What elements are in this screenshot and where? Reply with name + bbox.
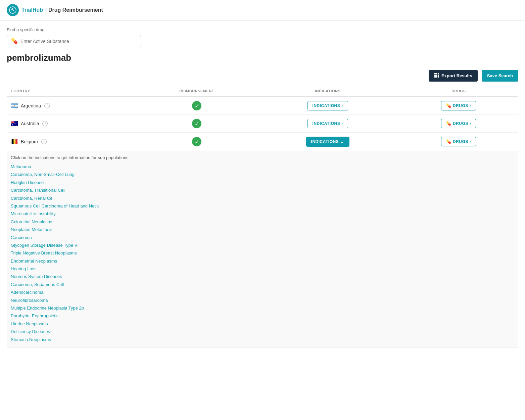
- svg-rect-5: [434, 75, 436, 76]
- country-cell: 🇧🇪 Belgium i: [7, 133, 137, 151]
- info-icon[interactable]: i: [44, 103, 50, 108]
- save-search-button[interactable]: Save Search: [482, 70, 518, 82]
- country-name: Argentina: [21, 103, 41, 108]
- toolbar: Export Results Save Search: [7, 70, 518, 86]
- drugs-cell: 💊 DRUGS: [399, 97, 518, 115]
- indication-link[interactable]: Neurofibrosarcoma: [11, 296, 514, 304]
- indications-button[interactable]: INDICATIONS: [307, 101, 348, 110]
- indication-link[interactable]: Carcinoma: [11, 234, 514, 241]
- svg-rect-10: [438, 76, 439, 78]
- main-content: Find a specific drug 💊 pembrolizumab: [0, 20, 525, 355]
- indication-link[interactable]: Carcinoma, Transitional Cell: [11, 186, 514, 194]
- indication-link[interactable]: Carcinoma, Renal Cell: [11, 194, 514, 202]
- indication-link[interactable]: Stomach Neoplasms: [11, 336, 514, 343]
- app-logo: [7, 4, 19, 16]
- indication-link[interactable]: Hearing Loss: [11, 265, 514, 273]
- indication-link[interactable]: Glycogen Storage Disease Type VI: [11, 241, 514, 249]
- indication-link[interactable]: Hodgkin Disease: [11, 179, 514, 186]
- svg-rect-3: [436, 73, 437, 74]
- indications-button[interactable]: INDICATIONS: [307, 119, 348, 128]
- pill-icon: 💊: [11, 38, 18, 44]
- check-icon: ✓: [192, 119, 201, 128]
- flag-belgium: 🇧🇪: [11, 139, 18, 144]
- app-header: TrialHub Drug Reimbursement: [0, 0, 525, 20]
- indication-link[interactable]: Adenocarcinoma: [11, 288, 514, 296]
- indications-cell: INDICATIONS: [256, 133, 399, 151]
- drug-name-heading: pembrolizumab: [7, 53, 518, 63]
- pill-small-icon: 💊: [446, 121, 451, 126]
- col-indications: INDICATIONS: [256, 86, 399, 97]
- indications-expanded-row: Click on the indications to get informat…: [7, 151, 518, 348]
- drugs-cell: 💊 DRUGS: [399, 115, 518, 133]
- export-button[interactable]: Export Results: [429, 70, 478, 82]
- country-name: Belgium: [21, 139, 38, 144]
- search-input[interactable]: [20, 39, 137, 44]
- svg-rect-9: [436, 76, 437, 78]
- save-label: Save Search: [487, 73, 513, 78]
- chevron-right-icon: [341, 121, 343, 126]
- chevron-right-icon: [470, 103, 471, 108]
- drugs-cell: 💊 DRUGS: [399, 133, 518, 151]
- flag-argentina: 🇦🇷: [11, 103, 18, 108]
- indication-link[interactable]: Carcinoma, Non-Small-Cell Lung: [11, 171, 514, 178]
- flag-australia: 🇦🇺: [11, 121, 18, 126]
- indications-cell: INDICATIONS: [256, 115, 399, 133]
- click-hint: Click on the indications to get informat…: [11, 155, 514, 160]
- table-row: 🇧🇪 Belgium i ✓ INDICATIONS 💊: [7, 133, 518, 151]
- indication-link[interactable]: Endometrial Neoplasms: [11, 257, 514, 265]
- col-drugs: DRUGS: [399, 86, 518, 97]
- country-name: Australia: [21, 121, 39, 126]
- indication-link[interactable]: Deficiency Diseases: [11, 328, 514, 335]
- country-cell: 🇦🇺 Australia i: [7, 115, 137, 133]
- indications-list: MelanomaCarcinoma, Non-Small-Cell LungHo…: [11, 163, 514, 343]
- export-icon: [434, 73, 439, 79]
- table-header-row: COUNTRY REIMBURSEMENT INDICATIONS DRUGS: [7, 86, 518, 97]
- chevron-down-icon: [340, 139, 344, 144]
- check-icon: ✓: [192, 101, 201, 110]
- reimbursement-cell: ✓: [137, 115, 256, 133]
- indication-link[interactable]: Microsatellite Instability: [11, 210, 514, 218]
- drugs-button[interactable]: 💊 DRUGS: [441, 119, 476, 128]
- indication-link[interactable]: Squamous Cell Carcinoma of Head and Neck: [11, 202, 514, 210]
- indication-link[interactable]: Nervous System Diseases: [11, 273, 514, 280]
- find-label: Find a specific drug: [7, 27, 518, 32]
- reimbursement-cell: ✓: [137, 133, 256, 151]
- indication-link[interactable]: Colorectal Neoplasms: [11, 218, 514, 226]
- country-cell: 🇦🇷 Argentina i: [7, 97, 137, 115]
- indications-expanded-cell: Click on the indications to get informat…: [7, 151, 518, 348]
- indication-link[interactable]: Melanoma: [11, 163, 514, 171]
- drugs-button[interactable]: 💊 DRUGS: [441, 137, 476, 146]
- indications-cell: INDICATIONS: [256, 97, 399, 115]
- indication-link[interactable]: Carcinoma, Squamous Cell: [11, 281, 514, 288]
- svg-rect-6: [436, 75, 437, 76]
- drugs-button[interactable]: 💊 DRUGS: [441, 101, 476, 110]
- chevron-right-icon: [470, 139, 471, 144]
- indication-link[interactable]: Multiple Endocrine Neoplasia Type 2b: [11, 304, 514, 312]
- table-row: 🇦🇷 Argentina i ✓ INDICATIONS 💊: [7, 97, 518, 115]
- export-label: Export Results: [441, 73, 472, 78]
- indication-link[interactable]: Porphyria, Erythropoietic: [11, 312, 514, 320]
- svg-point-1: [12, 8, 13, 9]
- svg-rect-7: [438, 75, 439, 76]
- table-row: 🇦🇺 Australia i ✓ INDICATIONS 💊: [7, 115, 518, 133]
- indication-link[interactable]: Neoplasm Metastasis: [11, 226, 514, 233]
- indication-link[interactable]: Uterine Neoplasms: [11, 320, 514, 328]
- chevron-right-icon: [341, 103, 343, 108]
- svg-rect-4: [438, 73, 439, 74]
- chevron-right-icon: [470, 121, 471, 126]
- indication-link[interactable]: Triple Negative Breast Neoplasms: [11, 249, 514, 257]
- col-reimbursement: REIMBURSEMENT: [137, 86, 256, 97]
- indications-button-active[interactable]: INDICATIONS: [306, 137, 349, 147]
- svg-rect-2: [434, 73, 436, 74]
- pill-small-icon: 💊: [446, 139, 451, 144]
- info-icon[interactable]: i: [42, 121, 48, 126]
- reimbursement-cell: ✓: [137, 97, 256, 115]
- info-icon[interactable]: i: [41, 139, 47, 144]
- results-table: COUNTRY REIMBURSEMENT INDICATIONS DRUGS …: [7, 86, 518, 348]
- col-country: COUNTRY: [7, 86, 137, 97]
- page-title: Drug Reimbursement: [48, 7, 103, 13]
- search-input-wrap: 💊: [7, 35, 141, 47]
- pill-small-icon: 💊: [446, 103, 451, 108]
- check-icon: ✓: [192, 137, 201, 146]
- svg-rect-8: [434, 76, 436, 78]
